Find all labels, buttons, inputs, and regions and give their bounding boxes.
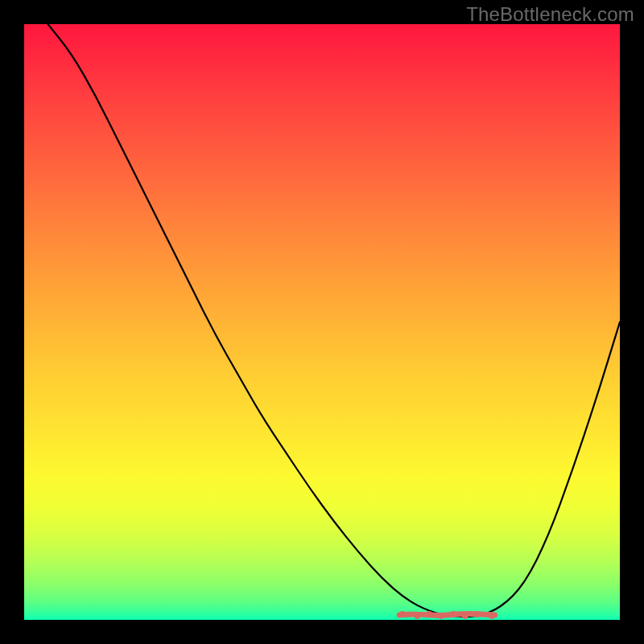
curve-svg — [24, 24, 620, 620]
optimal-dot — [489, 613, 495, 619]
optimal-range-bar — [399, 614, 494, 616]
optimal-dot — [473, 611, 480, 617]
optimal-dot — [438, 613, 444, 619]
plot-area — [24, 24, 620, 620]
optimal-dot — [414, 613, 420, 619]
optimal-dot — [462, 613, 469, 619]
optimal-dot — [450, 611, 456, 617]
optimal-dot — [399, 611, 406, 617]
bottleneck-curve — [48, 24, 620, 617]
watermark-text: TheBottleneck.com — [466, 3, 634, 26]
chart-frame: TheBottleneck.com — [0, 0, 644, 644]
optimal-dot — [426, 611, 432, 617]
